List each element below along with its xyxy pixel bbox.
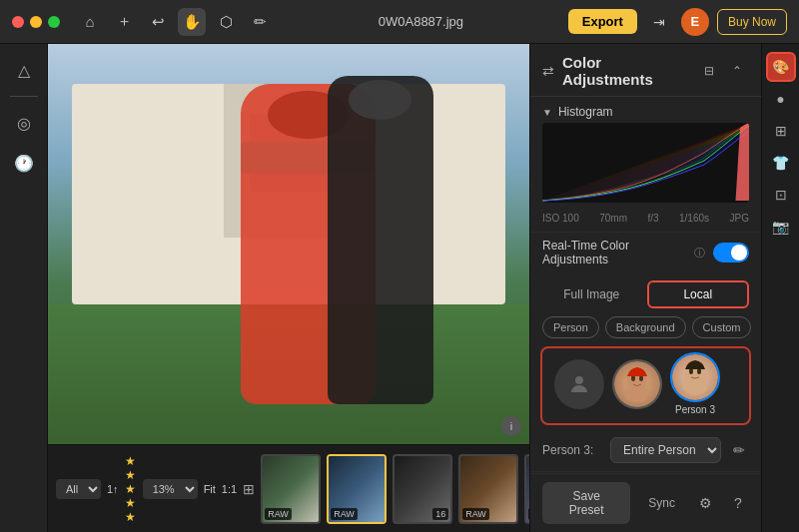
zoom-select[interactable]: 13% (143, 479, 198, 499)
person-tab[interactable]: Person (542, 316, 599, 338)
one-to-one-button[interactable]: 1:1 (222, 483, 237, 495)
custom-tab[interactable]: Custom (692, 316, 752, 338)
canvas-image (48, 44, 529, 444)
hand-tool-button[interactable]: ✋ (178, 8, 206, 36)
person-select-row: Person 3: Entire Person ✏ (530, 433, 761, 471)
panel-title: Color Adjustments (562, 54, 689, 88)
person-dark-overlay (328, 76, 433, 404)
minimize-button[interactable] (30, 16, 42, 28)
thumb-badge-5: RAW (528, 508, 529, 520)
svg-point-7 (683, 379, 707, 395)
toolbar-tools: ⌂ ＋ ↩ ✋ ⬡ ✏ (76, 8, 274, 36)
top-bar: ⌂ ＋ ↩ ✋ ⬡ ✏ 0W0A8887.jpg Export ⇥ E Buy … (0, 0, 799, 44)
undo-button[interactable]: ↩ (144, 8, 172, 36)
star-rating: ★ ★ ★ ★ ★ (125, 454, 137, 524)
canvas-area: i All 1↑ ★ ★ ★ ★ ★ 13% Fit 1:1 ⊞ RAW (48, 44, 529, 532)
photo-container[interactable]: i (48, 44, 529, 444)
filmstrip: All 1↑ ★ ★ ★ ★ ★ 13% Fit 1:1 ⊞ RAW RAW (48, 444, 529, 532)
help-button[interactable]: ? (727, 491, 749, 515)
export-button[interactable]: Export (568, 9, 637, 34)
panel-body: ▼ Histogram (530, 97, 761, 473)
add-button[interactable]: ＋ (110, 8, 138, 36)
eyedrop-tool-button[interactable]: ✏ (246, 8, 274, 36)
home-button[interactable]: ⌂ (76, 8, 104, 36)
adjustment-tabs: Full Image Local (530, 272, 761, 316)
histogram-svg (542, 123, 749, 203)
share-button[interactable]: ⇥ (645, 8, 673, 36)
add-person-avatar[interactable] (554, 359, 604, 409)
filename: 0W0A8887.jpg (379, 14, 463, 29)
person-select-label: Person 3: (542, 443, 602, 457)
user-avatar-button[interactable]: E (681, 8, 709, 36)
panel-icon-bar: 🎨 ● ⊞ 👕 ⊡ 📷 (761, 44, 799, 532)
avatars-selection-row: Person 3 (540, 346, 751, 425)
color-adjustments-icon-btn[interactable]: 🎨 (766, 52, 796, 82)
shutter-info: 1/160s (679, 213, 709, 224)
maximize-button[interactable] (48, 16, 60, 28)
panel-header-actions: ⊟ ⌃ (697, 59, 749, 83)
thumbnail-4[interactable]: RAW (458, 454, 518, 524)
person-3-avatar[interactable] (670, 352, 720, 402)
stamp-tool-button[interactable]: ⬡ (212, 8, 240, 36)
camera-icon-btn[interactable]: 📷 (766, 212, 796, 242)
thumb-badge-2: RAW (331, 508, 358, 520)
aperture-info: f/3 (647, 213, 658, 224)
panel-content: ⇄ Color Adjustments ⊟ ⌃ ▼ Histogram (530, 44, 761, 532)
close-button[interactable] (12, 16, 24, 28)
person-1-face (614, 361, 660, 407)
filmstrip-controls: All 1↑ ★ ★ ★ ★ ★ 13% Fit 1:1 ⊞ (56, 454, 255, 524)
photo-info: ISO 100 70mm f/3 1/160s JPG (530, 211, 761, 232)
tshirt-icon-btn[interactable]: 👕 (766, 148, 796, 178)
left-toolbar: △ ◎ 🕐 (0, 44, 48, 532)
local-category-tabs: Person Background Custom (530, 316, 761, 346)
format-info: JPG (730, 213, 749, 224)
settings-button[interactable]: ⚙ (693, 489, 719, 517)
preset-row: Save Preset Sync ⚙ ? (530, 473, 761, 532)
thumbnail-2[interactable]: RAW (327, 454, 387, 524)
triangle-tool-button[interactable]: △ (6, 52, 42, 88)
export-panel-icon-btn[interactable]: ⊡ (766, 180, 796, 210)
adjustments-icon: ⇄ (542, 63, 554, 79)
help-icon: ⓘ (694, 246, 705, 261)
panel-chevron-button[interactable]: ⌃ (725, 59, 749, 83)
main-area: △ ◎ 🕐 (0, 44, 799, 532)
histogram-section-header[interactable]: ▼ Histogram (530, 97, 761, 123)
traffic-lights (12, 16, 60, 28)
avatar-placeholder-col (554, 359, 604, 409)
thumb-badge-1: RAW (265, 508, 292, 520)
histogram-chart (542, 123, 749, 203)
thumbnail-5[interactable]: RAW (524, 454, 529, 524)
full-image-tab[interactable]: Full Image (542, 282, 641, 306)
rating-count: 1↑ (107, 483, 119, 495)
effects-icon-btn[interactable]: ⊞ (766, 116, 796, 146)
local-tab-button[interactable]: Local (647, 280, 750, 308)
filmstrip-toggle-button[interactable]: ⊞ (243, 481, 255, 497)
histogram-arrow-icon: ▼ (542, 107, 552, 118)
save-preset-button[interactable]: Save Preset (542, 482, 630, 524)
person-scope-select[interactable]: Entire Person (610, 437, 721, 463)
split-view-button[interactable]: ⊟ (697, 59, 721, 83)
clock-tool-button[interactable]: 🕐 (6, 145, 42, 181)
buy-now-button[interactable]: Buy Now (717, 9, 787, 35)
histogram-label: Histogram (558, 105, 613, 119)
realtime-toggle[interactable] (713, 243, 749, 263)
person-edit-button[interactable]: ✏ (729, 438, 749, 462)
thumb-num-3: 16 (432, 508, 448, 520)
person-1-avatar[interactable] (612, 359, 662, 409)
background-tab[interactable]: Background (605, 316, 686, 338)
fit-button[interactable]: Fit (204, 483, 216, 495)
masking-icon-btn[interactable]: ● (766, 84, 796, 114)
thumbnail-3[interactable]: 16 (393, 454, 452, 524)
thumbnail-1[interactable]: RAW (261, 454, 321, 524)
svg-point-3 (625, 386, 649, 402)
filter-select[interactable]: All (56, 479, 101, 499)
circle-tool-button[interactable]: ◎ (6, 105, 42, 141)
svg-point-1 (575, 376, 583, 384)
person-3-avatar-col: Person 3 (670, 352, 720, 415)
iso-info: ISO 100 (542, 213, 579, 224)
realtime-label: Real-Time Color Adjustments (542, 239, 694, 266)
person-1-avatar-col (612, 359, 662, 409)
sync-button[interactable]: Sync (638, 489, 685, 517)
canvas-info-button[interactable]: i (501, 416, 521, 436)
realtime-toggle-row: Real-Time Color Adjustments ⓘ (530, 232, 761, 272)
